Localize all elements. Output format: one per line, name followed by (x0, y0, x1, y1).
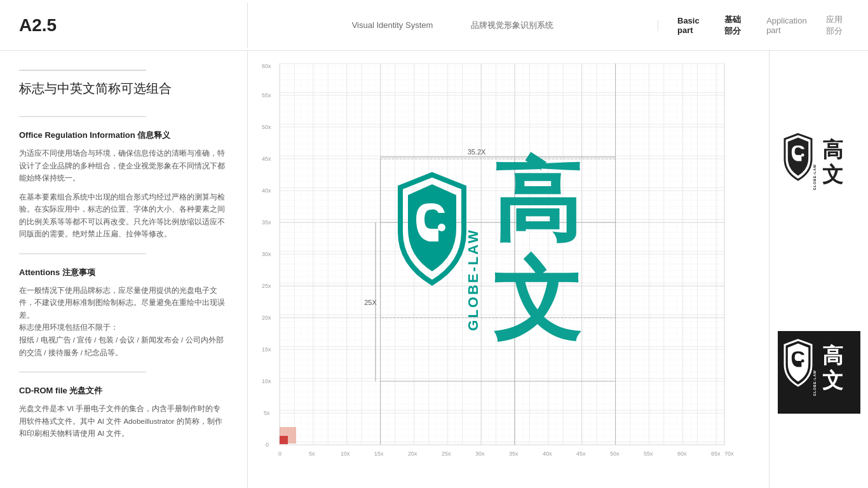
svg-text:GLOBE-LAW: GLOBE-LAW (813, 370, 817, 396)
svg-text:70x: 70x (724, 451, 734, 457)
attention-body-2: 标志使用环境包括但不限于： (19, 322, 228, 334)
section-divider-1 (19, 116, 146, 117)
header-center: Visual Identity System 品牌视觉形象识别系统 (248, 20, 658, 31)
svg-point-56 (438, 224, 445, 231)
svg-text:文: 文 (822, 369, 843, 392)
origin-marker-inner (280, 436, 288, 444)
svg-text:35x: 35x (262, 219, 271, 226)
nav-basic-cn: 基础部分 (724, 14, 747, 37)
svg-text:55x: 55x (262, 92, 271, 98)
svg-text:40x: 40x (543, 451, 552, 457)
header-left: A2.5 (0, 3, 248, 48)
svg-text:GLOBE-LAW: GLOBE-LAW (465, 228, 481, 330)
regulation-body-1: 为适应不同使用场合与环境，确保信息传达的清晰与准确，特设计了企业品牌的多种组合，… (19, 147, 228, 185)
svg-text:GLOBE-LAW: GLOBE-LAW (813, 164, 817, 190)
svg-text:35x: 35x (509, 451, 519, 457)
svg-text:10x: 10x (262, 378, 271, 384)
svg-text:高: 高 (822, 138, 843, 161)
logo-white-svg: GLOBE-LAW 高 文 (781, 128, 857, 205)
cdrom-body: 光盘文件是本 VI 手册电子文件的集合，内含手册制作时的专用软件格式文件。其中 … (19, 403, 228, 440)
header-title-cn: 品牌视觉形象识别系统 (471, 20, 553, 31)
logo-white-version: GLOBE-LAW 高 文 (778, 125, 860, 208)
svg-text:25x: 25x (262, 283, 271, 289)
svg-text:55x: 55x (644, 451, 653, 457)
grid-area: 0 5x 10x 15x 20x 25x 30x 35x 40x 45x 50x… (248, 51, 769, 488)
measure-25x-label: 25X (364, 299, 377, 306)
svg-text:高: 高 (492, 152, 581, 251)
logo-black-version: GLOBE-LAW 高 文 (778, 331, 860, 414)
cdrom-title: CD-ROM file 光盘文件 (19, 385, 228, 396)
grid-svg: 0 5x 10x 15x 20x 25x 30x 35x 40x 45x 50x… (261, 60, 743, 473)
svg-text:30x: 30x (475, 451, 485, 457)
svg-text:5x: 5x (309, 451, 315, 457)
svg-text:50x: 50x (610, 451, 620, 457)
svg-text:45x: 45x (576, 451, 586, 457)
svg-text:50x: 50x (262, 124, 271, 130)
header: A2.5 Visual Identity System 品牌视觉形象识别系统 B… (0, 0, 868, 51)
measure-352x-label: 35.2X (468, 148, 486, 156)
svg-text:文: 文 (492, 251, 581, 349)
section-divider-3 (19, 372, 146, 372)
right-panel: GLOBE-LAW 高 文 GLOBE-LAW 高 文 (769, 51, 868, 488)
svg-text:0: 0 (266, 442, 269, 448)
left-panel: 标志与中英文简称可选组合 Office Regulation Informati… (0, 51, 248, 488)
header-title-en: Visual Identity System (352, 20, 433, 30)
header-right: Basic part 基础部分 Application part 应用部分 (658, 14, 868, 37)
svg-text:30x: 30x (262, 251, 271, 257)
attention-body-3: 报纸 / 电视广告 / 宣传 / 包装 / 会议 / 新闻发布会 / 公司内外部… (19, 334, 228, 359)
svg-text:10x: 10x (341, 451, 350, 457)
nav-basic[interactable]: Basic part (677, 16, 705, 35)
nav-application[interactable]: Application part (766, 16, 807, 35)
logo-black-svg: GLOBE-LAW 高 文 (781, 334, 857, 410)
regulation-title: Office Regulation Information 信息释义 (19, 130, 228, 141)
svg-text:60x: 60x (262, 63, 271, 69)
svg-text:0: 0 (278, 451, 281, 457)
nav-application-cn: 应用部分 (826, 14, 849, 37)
svg-text:20x: 20x (262, 315, 271, 321)
svg-text:40x: 40x (262, 187, 271, 194)
svg-text:5x: 5x (264, 410, 270, 416)
svg-text:65x: 65x (711, 451, 721, 457)
svg-point-64 (801, 360, 804, 363)
section-divider-2 (19, 254, 146, 254)
attention-body-1: 在一般情况下使用品牌标志，应尽量使用提供的光盘电子文件，不建议使用标准制图绘制标… (19, 285, 228, 322)
top-divider (19, 70, 146, 71)
attention-title: Attentions 注意事项 (19, 267, 228, 278)
page-number: A2.5 (19, 15, 57, 35)
section-title: 标志与中英文简称可选组合 (19, 80, 228, 97)
regulation-body-2: 在基本要素组合系统中出现的组合形式均经过严格的测算与检验。在实际应用中，标志的位… (19, 191, 228, 241)
svg-text:25x: 25x (442, 451, 451, 457)
svg-text:15x: 15x (374, 451, 384, 457)
svg-text:15x: 15x (262, 346, 271, 353)
svg-point-60 (801, 154, 804, 157)
svg-text:20x: 20x (408, 451, 417, 457)
svg-text:45x: 45x (262, 156, 271, 162)
svg-text:60x: 60x (677, 451, 687, 457)
svg-text:文: 文 (822, 163, 843, 186)
svg-text:高: 高 (822, 344, 843, 367)
